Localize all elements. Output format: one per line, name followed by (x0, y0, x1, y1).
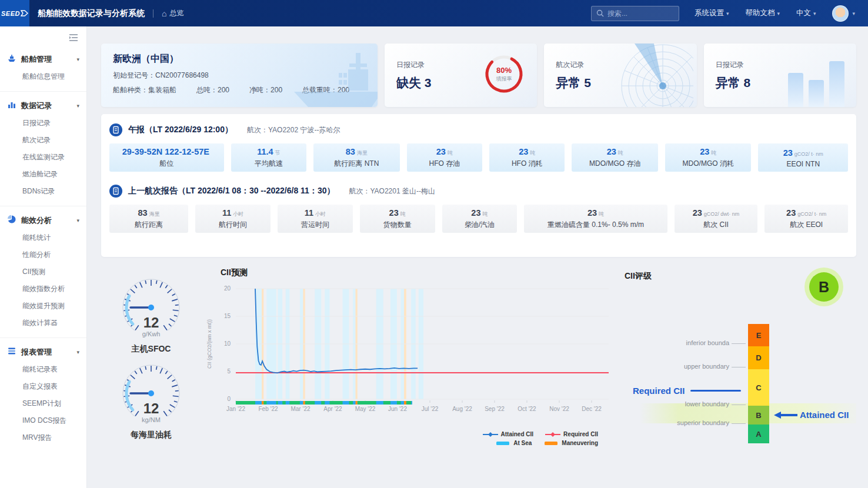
sidebar-group-1[interactable]: 数据记录▾ (0, 96, 86, 115)
sidebar-item[interactable]: 能效提升预测 (0, 298, 86, 315)
stat-value: 23 (783, 148, 793, 158)
avatar[interactable] (832, 5, 849, 22)
sidebar-item[interactable]: IMO DCS报告 (0, 412, 86, 429)
rating-scale-bar: EDCBA (748, 324, 769, 443)
voyage-report-title: 上一航次报告（LT 2022/6/1 08：30 --2022/6/8 11：3… (128, 186, 335, 196)
sidebar-item[interactable]: 能耗统计 (0, 229, 86, 246)
chart-legend: Attained CIIRequired CIIAt SeaManeuverin… (483, 431, 598, 446)
app-logo[interactable]: SEED (0, 0, 29, 26)
legend-item[interactable]: Required CII (545, 431, 598, 437)
cii-rating-letter: B (809, 272, 839, 302)
nav-menu-2[interactable]: 中文▾ (796, 8, 816, 18)
search-box[interactable] (591, 6, 679, 21)
svg-text:Dec '22: Dec '22 (582, 406, 602, 412)
svg-text:Sep '22: Sep '22 (485, 406, 505, 412)
legend-item[interactable]: Attained CII (483, 431, 534, 437)
attained-cii-indicator: Attained CII (774, 410, 849, 420)
boundary-tick (732, 343, 746, 344)
nav-menu-1[interactable]: 帮助文档▾ (745, 8, 780, 18)
daily-report-abnormal-card: 日报记录 异常 8 (704, 44, 856, 107)
stat-unit: 吨 (400, 211, 406, 217)
voyage-report-voyage: 航次：YAO2201 釜山--梅山 (349, 186, 435, 196)
sidebar-item[interactable]: 自定义报表 (0, 378, 86, 395)
sidebar-item[interactable]: 能效计算器 (0, 315, 86, 332)
sidebar-group: 船舶管理▾船舶信息管理 (0, 45, 86, 89)
legend-label: Maneuvering (562, 440, 598, 446)
stat-unit: gCO2/ t· nm (794, 151, 823, 157)
app-title: 船舶能效数据记录与分析系统 (38, 8, 145, 19)
user-menu[interactable]: ▾ (832, 5, 855, 22)
sidebar-group-3[interactable]: 报表管理▾ (0, 343, 86, 361)
stat-value: 23 (786, 208, 796, 218)
sidebar-item[interactable]: 能耗记录表 (0, 361, 86, 378)
logo-arrow-icon (21, 9, 28, 17)
reports-panel: 午报（LT 2022/6/29 12:00） 航次：YAO2202 宁波--苏哈… (101, 114, 856, 257)
card-value-label: 缺失 (396, 76, 421, 89)
sidebar-item[interactable]: 航次记录 (0, 132, 86, 149)
nav-menu-0[interactable]: 系统设置▾ (695, 8, 729, 18)
gauge-unit: g/Kwh (142, 330, 161, 337)
collapse-sidebar-icon[interactable] (69, 34, 78, 42)
svg-text:5: 5 (227, 368, 231, 375)
sidebar-item[interactable]: BDNs记录 (0, 183, 86, 200)
stat-unit: 吨 (448, 150, 453, 156)
ship-icon (7, 54, 16, 65)
chevron-down-icon: ▾ (813, 11, 816, 16)
stat-label: 船位 (159, 159, 173, 169)
document-icon (109, 185, 122, 198)
stat-label: 柴油/汽油 (465, 220, 495, 230)
svg-text:Apr '22: Apr '22 (323, 406, 342, 412)
chevron-down-icon: ▾ (76, 56, 79, 62)
stat-value: 11 (222, 208, 231, 218)
legend-item[interactable]: At Sea (495, 440, 532, 446)
noon-report-voyage: 航次：YAO2202 宁波--苏哈尔 (247, 125, 340, 135)
svg-text:CII (gCO2/(nm x mt)): CII (gCO2/(nm x mt)) (206, 319, 212, 369)
boundary-tick (732, 367, 746, 367)
stat-unit: 小时 (233, 211, 243, 217)
breadcrumb[interactable]: 总览 (169, 8, 183, 18)
stat-label: 航次 CII (703, 220, 729, 230)
stat-box: 83海里航行距离 NTN (313, 143, 400, 172)
sidebar-group-2[interactable]: 能效分析▾ (0, 211, 86, 229)
stat-value: 83 (138, 208, 148, 218)
search-icon (596, 9, 604, 17)
card-value: 3 (425, 76, 432, 89)
boundary-tick (732, 423, 746, 424)
stat-unit: 吨 (530, 150, 535, 156)
legend-item[interactable]: Maneuvering (543, 440, 598, 446)
gauge-label: 每海里油耗 (131, 430, 172, 440)
svg-text:0: 0 (227, 396, 231, 402)
sidebar-group-0[interactable]: 船舶管理▾ (0, 50, 86, 68)
top-navbar: SEED 船舶能效数据记录与分析系统 ⌂ 总览 系统设置▾帮助文档▾中文▾ ▾ (0, 0, 868, 26)
chevron-down-icon: ▾ (726, 11, 729, 16)
stat-value: 23 (587, 208, 597, 218)
chevron-down-icon: ▾ (852, 11, 855, 16)
sidebar-item[interactable]: CII预测 (0, 263, 86, 280)
sidebar-item[interactable]: 性能分析 (0, 246, 86, 263)
stat-box: 11小时营运时间 (278, 205, 353, 233)
sidebar-item[interactable]: 日报记录 (0, 115, 86, 132)
search-input[interactable] (607, 9, 672, 18)
ship-illustration (278, 46, 378, 107)
sidebar-item[interactable]: 在线监测记录 (0, 149, 86, 166)
svg-text:20: 20 (224, 285, 231, 292)
sidebar-item[interactable]: 船舶信息管理 (0, 68, 86, 85)
cii-rating-badge: B (804, 268, 843, 306)
boundary-tick (732, 405, 746, 405)
stat-unit: 吨 (618, 150, 623, 156)
sidebar-item[interactable]: 能效指数分析 (0, 280, 86, 298)
sidebar-group-label: 数据记录 (21, 101, 52, 111)
ship-gross-tonnage: 总吨：200 (196, 85, 229, 95)
svg-text:Jun '22: Jun '22 (388, 406, 407, 412)
sidebar-item[interactable]: 燃油舱记录 (0, 166, 86, 183)
chart-title: CII预测 (221, 268, 616, 278)
sidebar-item[interactable]: MRV报告 (0, 429, 86, 446)
gauge-1: 12kg/NM每海里油耗 (113, 360, 189, 440)
sidebar-group-label: 报表管理 (21, 347, 52, 357)
stat-value: 23 (471, 208, 480, 218)
stat-box: 23gCO2/ t· nmEEOI NTN (758, 143, 848, 172)
voyage-abnormal-card: 航次记录 异常 5 (544, 44, 696, 107)
sidebar-group-label: 船舶管理 (21, 54, 52, 65)
fill-rate-value: 80% (496, 66, 512, 75)
sidebar-item[interactable]: SEEMP计划 (0, 395, 86, 412)
